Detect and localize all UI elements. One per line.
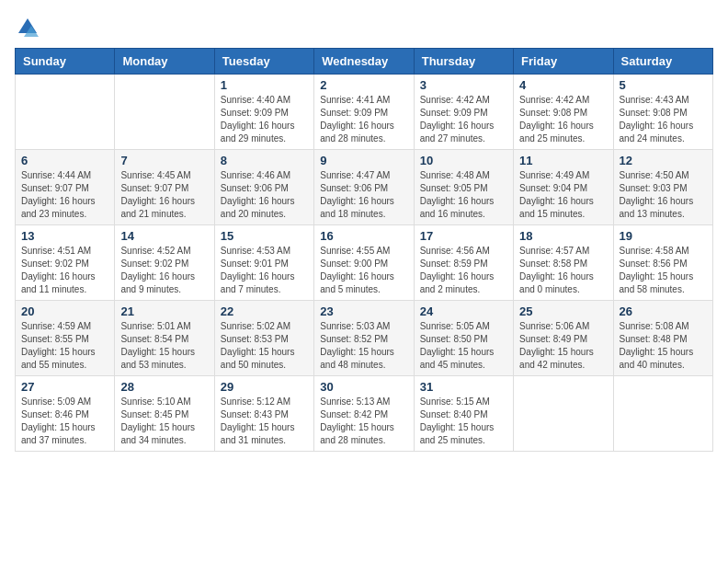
day-number: 7 <box>120 154 208 167</box>
calendar-cell <box>16 75 115 150</box>
calendar-cell: 2Sunrise: 4:41 AM Sunset: 9:09 PM Daylig… <box>314 75 414 150</box>
day-number: 19 <box>620 229 707 243</box>
calendar-cell <box>613 376 712 452</box>
day-number: 1 <box>221 78 308 92</box>
week-row-3: 13Sunrise: 4:51 AM Sunset: 9:02 PM Dayli… <box>16 225 713 301</box>
day-info: Sunrise: 4:51 AM Sunset: 9:02 PM Dayligh… <box>21 245 108 296</box>
day-number: 9 <box>320 154 407 167</box>
day-info: Sunrise: 4:46 AM Sunset: 9:06 PM Dayligh… <box>221 169 308 221</box>
day-info: Sunrise: 4:42 AM Sunset: 9:08 PM Dayligh… <box>519 94 607 145</box>
day-info: Sunrise: 4:42 AM Sunset: 9:09 PM Dayligh… <box>420 94 507 145</box>
weekday-header-row: SundayMondayTuesdayWednesdayThursdayFrid… <box>16 49 713 75</box>
day-info: Sunrise: 4:43 AM Sunset: 9:08 PM Dayligh… <box>620 94 707 145</box>
day-number: 22 <box>221 304 308 318</box>
day-info: Sunrise: 5:15 AM Sunset: 8:40 PM Dayligh… <box>420 396 507 447</box>
day-info: Sunrise: 4:52 AM Sunset: 9:02 PM Dayligh… <box>120 245 208 296</box>
calendar-cell: 29Sunrise: 5:12 AM Sunset: 8:43 PM Dayli… <box>214 376 313 452</box>
calendar-header: SundayMondayTuesdayWednesdayThursdayFrid… <box>16 49 713 75</box>
day-number: 16 <box>320 229 407 243</box>
day-info: Sunrise: 5:03 AM Sunset: 8:52 PM Dayligh… <box>320 320 407 372</box>
weekday-monday: Monday <box>115 49 214 75</box>
calendar-cell: 3Sunrise: 4:42 AM Sunset: 9:09 PM Daylig… <box>414 75 513 150</box>
calendar-cell: 21Sunrise: 5:01 AM Sunset: 8:54 PM Dayli… <box>115 301 214 376</box>
day-number: 28 <box>120 380 208 394</box>
day-number: 24 <box>420 304 507 318</box>
calendar-cell: 28Sunrise: 5:10 AM Sunset: 8:45 PM Dayli… <box>115 376 214 452</box>
day-number: 3 <box>420 78 507 92</box>
day-info: Sunrise: 4:50 AM Sunset: 9:03 PM Dayligh… <box>620 169 707 221</box>
calendar-cell: 1Sunrise: 4:40 AM Sunset: 9:09 PM Daylig… <box>214 75 313 150</box>
calendar-cell: 18Sunrise: 4:57 AM Sunset: 8:58 PM Dayli… <box>514 225 613 301</box>
calendar-cell: 16Sunrise: 4:55 AM Sunset: 9:00 PM Dayli… <box>314 225 414 301</box>
calendar-cell: 4Sunrise: 4:42 AM Sunset: 9:08 PM Daylig… <box>514 75 613 150</box>
calendar-cell: 22Sunrise: 5:02 AM Sunset: 8:53 PM Dayli… <box>214 301 313 376</box>
day-number: 6 <box>21 154 108 167</box>
day-info: Sunrise: 4:49 AM Sunset: 9:04 PM Dayligh… <box>519 169 607 221</box>
day-info: Sunrise: 5:06 AM Sunset: 8:49 PM Dayligh… <box>519 320 607 372</box>
calendar-cell: 26Sunrise: 5:08 AM Sunset: 8:48 PM Dayli… <box>613 301 712 376</box>
weekday-wednesday: Wednesday <box>314 49 414 75</box>
week-row-2: 6Sunrise: 4:44 AM Sunset: 9:07 PM Daylig… <box>16 150 713 225</box>
day-info: Sunrise: 4:40 AM Sunset: 9:09 PM Dayligh… <box>221 94 308 145</box>
week-row-4: 20Sunrise: 4:59 AM Sunset: 8:55 PM Dayli… <box>16 301 713 376</box>
day-info: Sunrise: 4:45 AM Sunset: 9:07 PM Dayligh… <box>120 169 208 221</box>
calendar-cell: 10Sunrise: 4:48 AM Sunset: 9:05 PM Dayli… <box>414 150 513 225</box>
day-number: 23 <box>320 304 407 318</box>
day-info: Sunrise: 4:56 AM Sunset: 8:59 PM Dayligh… <box>420 245 507 296</box>
day-info: Sunrise: 4:55 AM Sunset: 9:00 PM Dayligh… <box>320 245 407 296</box>
weekday-tuesday: Tuesday <box>214 49 313 75</box>
day-info: Sunrise: 4:59 AM Sunset: 8:55 PM Dayligh… <box>21 320 108 372</box>
day-number: 11 <box>519 154 607 167</box>
calendar-cell: 5Sunrise: 4:43 AM Sunset: 9:08 PM Daylig… <box>613 75 712 150</box>
day-info: Sunrise: 5:12 AM Sunset: 8:43 PM Dayligh… <box>221 396 308 447</box>
day-info: Sunrise: 5:02 AM Sunset: 8:53 PM Dayligh… <box>221 320 308 372</box>
day-info: Sunrise: 4:58 AM Sunset: 8:56 PM Dayligh… <box>620 245 707 296</box>
calendar-cell: 27Sunrise: 5:09 AM Sunset: 8:46 PM Dayli… <box>16 376 115 452</box>
day-info: Sunrise: 5:01 AM Sunset: 8:54 PM Dayligh… <box>120 320 208 372</box>
day-info: Sunrise: 4:48 AM Sunset: 9:05 PM Dayligh… <box>420 169 507 221</box>
calendar-cell: 25Sunrise: 5:06 AM Sunset: 8:49 PM Dayli… <box>514 301 613 376</box>
day-info: Sunrise: 5:08 AM Sunset: 8:48 PM Dayligh… <box>620 320 707 372</box>
day-info: Sunrise: 4:57 AM Sunset: 8:58 PM Dayligh… <box>519 245 607 296</box>
calendar-cell <box>115 75 214 150</box>
day-number: 13 <box>21 229 108 243</box>
header <box>15 15 713 40</box>
day-info: Sunrise: 4:47 AM Sunset: 9:06 PM Dayligh… <box>320 169 407 221</box>
day-number: 27 <box>21 380 108 394</box>
calendar-cell: 15Sunrise: 4:53 AM Sunset: 9:01 PM Dayli… <box>214 225 313 301</box>
day-number: 29 <box>221 380 308 394</box>
day-info: Sunrise: 5:13 AM Sunset: 8:42 PM Dayligh… <box>320 396 407 447</box>
day-info: Sunrise: 4:53 AM Sunset: 9:01 PM Dayligh… <box>221 245 308 296</box>
day-number: 10 <box>420 154 507 167</box>
week-row-1: 1Sunrise: 4:40 AM Sunset: 9:09 PM Daylig… <box>16 75 713 150</box>
day-number: 25 <box>519 304 607 318</box>
logo-icon <box>15 15 40 40</box>
day-number: 26 <box>620 304 707 318</box>
week-row-5: 27Sunrise: 5:09 AM Sunset: 8:46 PM Dayli… <box>16 376 713 452</box>
day-number: 31 <box>420 380 507 394</box>
day-number: 5 <box>620 78 707 92</box>
weekday-thursday: Thursday <box>414 49 513 75</box>
day-info: Sunrise: 4:44 AM Sunset: 9:07 PM Dayligh… <box>21 169 108 221</box>
calendar-cell: 30Sunrise: 5:13 AM Sunset: 8:42 PM Dayli… <box>314 376 414 452</box>
day-number: 8 <box>221 154 308 167</box>
calendar-cell: 19Sunrise: 4:58 AM Sunset: 8:56 PM Dayli… <box>613 225 712 301</box>
day-number: 4 <box>519 78 607 92</box>
calendar-table: SundayMondayTuesdayWednesdayThursdayFrid… <box>15 48 713 452</box>
calendar-cell: 14Sunrise: 4:52 AM Sunset: 9:02 PM Dayli… <box>115 225 214 301</box>
weekday-friday: Friday <box>514 49 613 75</box>
calendar-cell: 24Sunrise: 5:05 AM Sunset: 8:50 PM Dayli… <box>414 301 513 376</box>
logo <box>15 15 44 40</box>
calendar-cell: 6Sunrise: 4:44 AM Sunset: 9:07 PM Daylig… <box>16 150 115 225</box>
weekday-sunday: Sunday <box>16 49 115 75</box>
calendar-cell: 17Sunrise: 4:56 AM Sunset: 8:59 PM Dayli… <box>414 225 513 301</box>
calendar-cell: 8Sunrise: 4:46 AM Sunset: 9:06 PM Daylig… <box>214 150 313 225</box>
calendar-cell: 11Sunrise: 4:49 AM Sunset: 9:04 PM Dayli… <box>514 150 613 225</box>
day-number: 15 <box>221 229 308 243</box>
calendar-cell: 7Sunrise: 4:45 AM Sunset: 9:07 PM Daylig… <box>115 150 214 225</box>
calendar-cell: 13Sunrise: 4:51 AM Sunset: 9:02 PM Dayli… <box>16 225 115 301</box>
calendar-cell <box>514 376 613 452</box>
calendar-cell: 31Sunrise: 5:15 AM Sunset: 8:40 PM Dayli… <box>414 376 513 452</box>
day-info: Sunrise: 5:09 AM Sunset: 8:46 PM Dayligh… <box>21 396 108 447</box>
day-number: 30 <box>320 380 407 394</box>
